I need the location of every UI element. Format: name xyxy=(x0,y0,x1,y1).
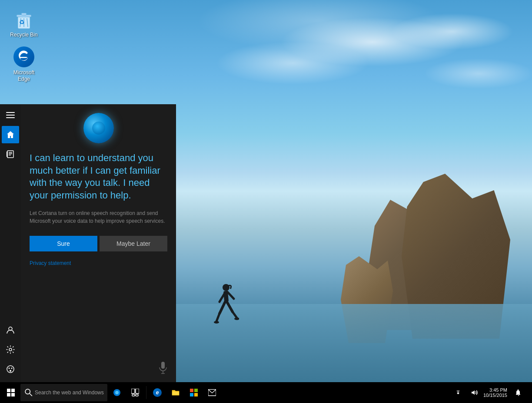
water-reflection xyxy=(152,304,532,382)
svg-line-4 xyxy=(219,302,225,314)
svg-point-41 xyxy=(115,391,119,394)
svg-line-7 xyxy=(233,312,237,318)
svg-rect-17 xyxy=(6,112,15,113)
svg-rect-18 xyxy=(6,115,15,116)
edge-taskbar-button[interactable]: e xyxy=(149,384,166,401)
svg-point-38 xyxy=(25,389,30,394)
privacy-statement-link[interactable]: Privacy statement xyxy=(30,260,167,266)
sidebar-feedback[interactable] xyxy=(2,360,19,378)
store-button[interactable] xyxy=(185,384,203,401)
network-icon[interactable] xyxy=(451,386,465,400)
svg-point-28 xyxy=(9,368,10,369)
svg-line-39 xyxy=(30,393,32,396)
svg-point-8 xyxy=(214,321,219,324)
sure-button[interactable]: Sure xyxy=(30,236,97,251)
cortana-main-content: I can learn to understand you much bette… xyxy=(21,104,176,382)
taskbar-separator-1 xyxy=(146,386,146,399)
svg-rect-20 xyxy=(7,151,13,158)
edge-taskbar-icon: e xyxy=(153,388,162,397)
svg-rect-36 xyxy=(7,393,10,396)
edge-circle xyxy=(13,46,34,67)
edge-image xyxy=(13,46,34,67)
sidebar-hamburger[interactable] xyxy=(2,106,19,124)
svg-rect-49 xyxy=(194,393,198,396)
svg-text:♻: ♻ xyxy=(19,19,25,26)
sidebar-settings[interactable] xyxy=(2,341,19,358)
recycle-bin-icon[interactable]: ♻ Recycle Bin xyxy=(7,9,41,38)
svg-rect-12 xyxy=(21,13,27,15)
recycle-bin-label: Recycle Bin xyxy=(10,32,37,38)
cortana-panel: I can learn to understand you much bette… xyxy=(0,104,176,382)
runner-silhouette xyxy=(213,282,239,334)
svg-rect-24 xyxy=(7,152,7,157)
cortana-taskbar-button[interactable] xyxy=(108,384,126,401)
svg-rect-35 xyxy=(11,389,15,392)
svg-rect-45 xyxy=(136,394,138,396)
svg-line-5 xyxy=(216,314,219,321)
svg-rect-19 xyxy=(6,117,15,118)
svg-rect-43 xyxy=(136,389,139,393)
svg-rect-34 xyxy=(7,389,10,392)
svg-rect-44 xyxy=(132,394,135,396)
cortana-circle xyxy=(83,113,114,143)
edge-label: Microsoft Edge xyxy=(7,69,41,82)
microsoft-edge-icon[interactable]: Microsoft Edge xyxy=(7,46,41,82)
file-explorer-button[interactable] xyxy=(167,384,184,401)
search-placeholder: Search the web and Windows xyxy=(35,390,104,396)
svg-rect-31 xyxy=(161,362,165,369)
maybe-later-button[interactable]: Maybe Later xyxy=(100,236,167,251)
sidebar-notebook[interactable] xyxy=(2,145,19,163)
task-view-button[interactable] xyxy=(126,384,144,401)
svg-rect-48 xyxy=(190,393,193,396)
svg-point-26 xyxy=(9,348,12,351)
date-display: 10/15/2015 xyxy=(483,393,507,398)
desktop-icons-area: ♻ Recycle Bin Microsoft Edge xyxy=(7,9,41,82)
cortana-main-message: I can learn to understand you much bette… xyxy=(30,152,167,202)
sidebar-bottom xyxy=(0,321,21,378)
sidebar-user[interactable] xyxy=(2,321,19,339)
clock-display[interactable]: 3:45 PM 10/15/2015 xyxy=(483,387,507,398)
sidebar-home[interactable] xyxy=(2,126,19,143)
system-tray: 3:45 PM 10/15/2015 xyxy=(451,386,530,400)
start-button[interactable] xyxy=(2,384,20,401)
notifications-icon[interactable] xyxy=(512,386,525,400)
search-icon xyxy=(25,389,33,396)
taskbar-search[interactable]: Search the web and Windows xyxy=(20,384,107,401)
svg-point-30 xyxy=(10,370,11,372)
svg-point-29 xyxy=(11,368,13,369)
volume-icon[interactable] xyxy=(467,386,481,400)
svg-rect-42 xyxy=(131,389,135,393)
svg-point-9 xyxy=(234,317,239,320)
svg-rect-46 xyxy=(190,389,193,392)
cortana-sidebar xyxy=(0,104,21,382)
cortana-sub-message: Let Cortana turn on online speech recogn… xyxy=(30,209,167,225)
cortana-logo xyxy=(30,113,167,143)
svg-rect-47 xyxy=(194,389,198,392)
recycle-bin-image: ♻ xyxy=(13,9,34,30)
time-display: 3:45 PM xyxy=(489,387,507,393)
cortana-inner-circle xyxy=(92,122,105,135)
svg-rect-37 xyxy=(11,393,15,396)
svg-line-2 xyxy=(219,293,225,302)
mail-button[interactable] xyxy=(203,384,221,401)
cortana-action-buttons: Sure Maybe Later xyxy=(30,236,167,251)
svg-line-6 xyxy=(227,302,233,312)
taskbar: Search the web and Windows e xyxy=(0,382,532,403)
microphone-icon[interactable] xyxy=(159,362,167,376)
